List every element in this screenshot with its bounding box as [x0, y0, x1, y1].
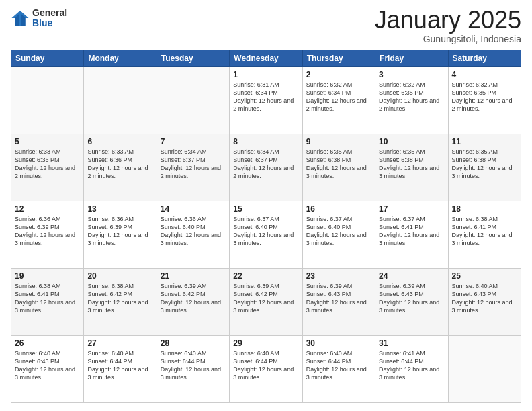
calendar-week-row: 1Sunrise: 6:31 AM Sunset: 6:34 PM Daylig…	[11, 67, 521, 134]
col-thursday: Thursday	[302, 50, 375, 67]
logo-general-text: General	[32, 8, 67, 18]
col-saturday: Saturday	[448, 50, 521, 67]
table-row	[157, 67, 229, 134]
table-row	[448, 336, 521, 403]
day-number: 31	[379, 338, 444, 348]
day-number: 1	[233, 70, 298, 79]
day-info: Sunrise: 6:40 AM Sunset: 6:44 PM Dayligh…	[87, 349, 152, 382]
table-row: 29Sunrise: 6:40 AM Sunset: 6:44 PM Dayli…	[230, 336, 302, 403]
day-info: Sunrise: 6:33 AM Sunset: 6:36 PM Dayligh…	[15, 148, 80, 181]
day-info: Sunrise: 6:36 AM Sunset: 6:39 PM Dayligh…	[15, 215, 80, 248]
day-info: Sunrise: 6:40 AM Sunset: 6:43 PM Dayligh…	[452, 282, 517, 315]
day-info: Sunrise: 6:32 AM Sunset: 6:35 PM Dayligh…	[452, 81, 517, 113]
calendar-week-row: 12Sunrise: 6:36 AM Sunset: 6:39 PM Dayli…	[11, 201, 521, 269]
table-row: 15Sunrise: 6:37 AM Sunset: 6:40 PM Dayli…	[230, 201, 302, 269]
table-row: 7Sunrise: 6:34 AM Sunset: 6:37 PM Daylig…	[157, 134, 229, 201]
day-number: 11	[452, 137, 517, 146]
day-info: Sunrise: 6:39 AM Sunset: 6:42 PM Dayligh…	[161, 282, 226, 315]
day-number: 29	[233, 338, 298, 348]
table-row: 9Sunrise: 6:35 AM Sunset: 6:38 PM Daylig…	[302, 134, 375, 201]
table-row: 2Sunrise: 6:32 AM Sunset: 6:34 PM Daylig…	[302, 67, 375, 134]
table-row: 25Sunrise: 6:40 AM Sunset: 6:43 PM Dayli…	[448, 269, 521, 336]
table-row: 17Sunrise: 6:37 AM Sunset: 6:41 PM Dayli…	[375, 201, 448, 269]
day-info: Sunrise: 6:39 AM Sunset: 6:43 PM Dayligh…	[379, 282, 444, 315]
day-info: Sunrise: 6:37 AM Sunset: 6:40 PM Dayligh…	[306, 215, 371, 248]
day-info: Sunrise: 6:39 AM Sunset: 6:42 PM Dayligh…	[233, 282, 298, 315]
calendar-week-row: 19Sunrise: 6:38 AM Sunset: 6:41 PM Dayli…	[11, 269, 521, 336]
table-row: 27Sunrise: 6:40 AM Sunset: 6:44 PM Dayli…	[84, 336, 157, 403]
day-number: 12	[15, 204, 80, 214]
day-number: 20	[87, 271, 152, 281]
table-row	[84, 67, 157, 134]
table-row: 6Sunrise: 6:33 AM Sunset: 6:36 PM Daylig…	[84, 134, 157, 201]
table-row: 10Sunrise: 6:35 AM Sunset: 6:38 PM Dayli…	[375, 134, 448, 201]
day-number: 14	[161, 204, 226, 214]
table-row: 4Sunrise: 6:32 AM Sunset: 6:35 PM Daylig…	[448, 67, 521, 134]
day-info: Sunrise: 6:37 AM Sunset: 6:41 PM Dayligh…	[379, 215, 444, 248]
day-info: Sunrise: 6:38 AM Sunset: 6:42 PM Dayligh…	[87, 282, 152, 315]
calendar-table: Sunday Monday Tuesday Wednesday Thursday…	[11, 50, 521, 403]
day-info: Sunrise: 6:40 AM Sunset: 6:43 PM Dayligh…	[15, 349, 80, 382]
table-row: 26Sunrise: 6:40 AM Sunset: 6:43 PM Dayli…	[11, 336, 84, 403]
calendar-week-row: 26Sunrise: 6:40 AM Sunset: 6:43 PM Dayli…	[11, 336, 521, 403]
table-row: 11Sunrise: 6:35 AM Sunset: 6:38 PM Dayli…	[448, 134, 521, 201]
logo-text: General Blue	[32, 8, 67, 29]
day-number: 18	[452, 204, 517, 214]
day-info: Sunrise: 6:38 AM Sunset: 6:41 PM Dayligh…	[452, 215, 517, 248]
day-info: Sunrise: 6:38 AM Sunset: 6:41 PM Dayligh…	[15, 282, 80, 315]
logo-icon	[11, 9, 30, 28]
day-number: 28	[161, 338, 226, 348]
day-number: 5	[15, 137, 80, 146]
day-info: Sunrise: 6:37 AM Sunset: 6:40 PM Dayligh…	[233, 215, 298, 248]
table-row: 18Sunrise: 6:38 AM Sunset: 6:41 PM Dayli…	[448, 201, 521, 269]
day-number: 24	[379, 271, 444, 281]
table-row: 8Sunrise: 6:34 AM Sunset: 6:37 PM Daylig…	[230, 134, 302, 201]
table-row: 24Sunrise: 6:39 AM Sunset: 6:43 PM Dayli…	[375, 269, 448, 336]
day-info: Sunrise: 6:36 AM Sunset: 6:39 PM Dayligh…	[87, 215, 152, 248]
table-row: 3Sunrise: 6:32 AM Sunset: 6:35 PM Daylig…	[375, 67, 448, 134]
day-number: 30	[306, 338, 371, 348]
day-number: 23	[306, 271, 371, 281]
page: General Blue January 2025 Gunungsitoli, …	[0, 0, 532, 411]
table-row: 28Sunrise: 6:40 AM Sunset: 6:44 PM Dayli…	[157, 336, 229, 403]
day-info: Sunrise: 6:41 AM Sunset: 6:44 PM Dayligh…	[379, 349, 444, 382]
day-info: Sunrise: 6:33 AM Sunset: 6:36 PM Dayligh…	[87, 148, 152, 181]
day-number: 3	[379, 70, 444, 79]
table-row: 31Sunrise: 6:41 AM Sunset: 6:44 PM Dayli…	[375, 336, 448, 403]
day-info: Sunrise: 6:35 AM Sunset: 6:38 PM Dayligh…	[452, 148, 517, 181]
table-row: 22Sunrise: 6:39 AM Sunset: 6:42 PM Dayli…	[230, 269, 302, 336]
col-friday: Friday	[375, 50, 448, 67]
day-info: Sunrise: 6:40 AM Sunset: 6:44 PM Dayligh…	[233, 349, 298, 382]
day-number: 15	[233, 204, 298, 214]
col-monday: Monday	[84, 50, 157, 67]
table-row: 12Sunrise: 6:36 AM Sunset: 6:39 PM Dayli…	[11, 201, 84, 269]
table-row: 13Sunrise: 6:36 AM Sunset: 6:39 PM Dayli…	[84, 201, 157, 269]
day-info: Sunrise: 6:40 AM Sunset: 6:44 PM Dayligh…	[306, 349, 371, 382]
day-number: 26	[15, 338, 80, 348]
calendar-header-row: Sunday Monday Tuesday Wednesday Thursday…	[11, 50, 521, 67]
day-number: 6	[87, 137, 152, 146]
calendar-week-row: 5Sunrise: 6:33 AM Sunset: 6:36 PM Daylig…	[11, 134, 521, 201]
day-info: Sunrise: 6:34 AM Sunset: 6:37 PM Dayligh…	[161, 148, 226, 181]
table-row: 14Sunrise: 6:36 AM Sunset: 6:40 PM Dayli…	[157, 201, 229, 269]
day-number: 7	[161, 137, 226, 146]
day-number: 8	[233, 137, 298, 146]
day-number: 19	[15, 271, 80, 281]
day-info: Sunrise: 6:35 AM Sunset: 6:38 PM Dayligh…	[379, 148, 444, 181]
svg-marker-1	[12, 11, 29, 26]
day-number: 16	[306, 204, 371, 214]
logo-blue-text: Blue	[32, 18, 67, 28]
header: General Blue January 2025 Gunungsitoli, …	[11, 8, 521, 44]
day-number: 22	[233, 271, 298, 281]
table-row: 23Sunrise: 6:39 AM Sunset: 6:43 PM Dayli…	[302, 269, 375, 336]
day-number: 17	[379, 204, 444, 214]
table-row: 21Sunrise: 6:39 AM Sunset: 6:42 PM Dayli…	[157, 269, 229, 336]
table-row: 20Sunrise: 6:38 AM Sunset: 6:42 PM Dayli…	[84, 269, 157, 336]
table-row: 16Sunrise: 6:37 AM Sunset: 6:40 PM Dayli…	[302, 201, 375, 269]
month-title: January 2025	[375, 8, 521, 32]
day-number: 2	[306, 70, 371, 79]
day-info: Sunrise: 6:32 AM Sunset: 6:34 PM Dayligh…	[306, 81, 371, 113]
table-row: 5Sunrise: 6:33 AM Sunset: 6:36 PM Daylig…	[11, 134, 84, 201]
day-info: Sunrise: 6:32 AM Sunset: 6:35 PM Dayligh…	[379, 81, 444, 113]
day-number: 13	[87, 204, 152, 214]
